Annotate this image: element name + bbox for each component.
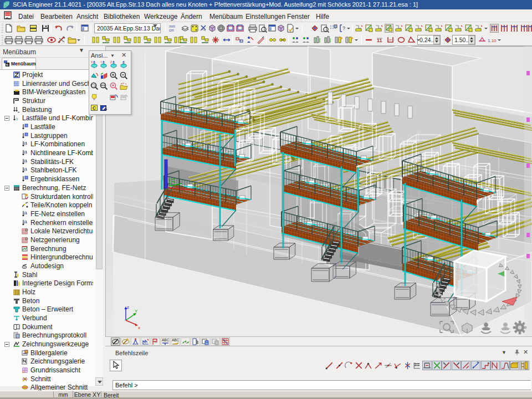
svg-text:mm: mm <box>169 24 175 28</box>
svg-text:Y: Y <box>135 309 138 314</box>
svg-text:X: X <box>91 60 93 64</box>
svg-text:cm: cm <box>169 28 174 32</box>
svg-text:s: s <box>16 117 18 121</box>
svg-text:ABC: ABC <box>172 338 180 342</box>
svg-text:Y: Y <box>100 60 103 64</box>
svg-text:B: B <box>6 63 8 66</box>
svg-text:1.10: 1.10 <box>488 38 497 43</box>
svg-text:C: C <box>93 105 96 111</box>
svg-text:ABC: ABC <box>162 338 170 342</box>
svg-text:Z: Z <box>110 60 112 64</box>
svg-text:z: z <box>127 305 129 310</box>
svg-text:?: ? <box>342 25 345 31</box>
svg-text:x: x <box>138 325 140 330</box>
